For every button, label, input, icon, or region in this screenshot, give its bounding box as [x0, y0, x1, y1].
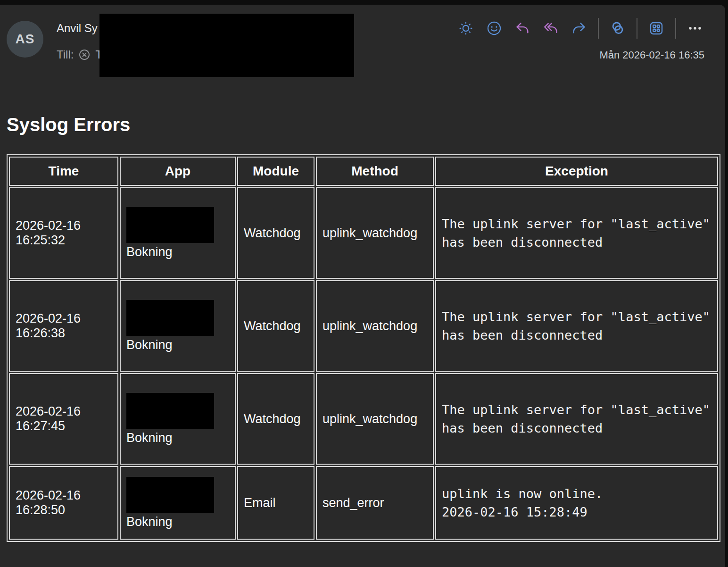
column-header-exception: Exception	[435, 157, 718, 186]
cell-method: uplink_watchdog	[316, 373, 434, 465]
redacted-region	[99, 14, 354, 77]
redacted-app-logo	[126, 477, 214, 513]
page-title: Syslog Errors	[7, 113, 725, 136]
avatar[interactable]: AS	[7, 21, 43, 58]
column-header-method: Method	[316, 157, 434, 186]
loop-icon[interactable]	[610, 20, 626, 36]
cell-exception: uplink is now online. 2026-02-16 15:28:4…	[435, 466, 718, 540]
cell-app: Bokning	[120, 466, 236, 540]
column-header-module: Module	[237, 157, 314, 186]
reactions-smiley-icon[interactable]	[486, 20, 502, 36]
app-name: Bokning	[126, 431, 173, 445]
cell-method: send_error	[316, 466, 434, 540]
to-label: Till:	[57, 48, 74, 61]
cell-time: 2026-02-16 16:25:32	[9, 187, 118, 279]
cell-method: uplink_watchdog	[316, 280, 434, 372]
avatar-initials: AS	[16, 32, 35, 47]
column-header-time: Time	[9, 157, 118, 186]
cell-module: Watchdog	[237, 187, 314, 279]
table-row: 2026-02-16 16:28:50 Bokning Email send_e…	[9, 466, 718, 540]
cell-time: 2026-02-16 16:27:45	[9, 373, 118, 465]
app-name: Bokning	[126, 515, 173, 529]
cell-time: 2026-02-16 16:28:50	[9, 466, 118, 540]
cell-module: Email	[237, 466, 314, 540]
cell-exception: The uplink server for "last_active" has …	[435, 373, 718, 465]
syslog-table: Time App Module Method Exception 2026-02…	[7, 154, 720, 542]
table-row: 2026-02-16 16:27:45 Bokning Watchdog upl…	[9, 373, 718, 465]
email-reading-pane: AS Anvil Sy Till: T	[0, 5, 725, 567]
redacted-app-logo	[126, 393, 214, 429]
recipient-row: Till: T	[57, 48, 102, 61]
app-name: Bokning	[126, 245, 173, 259]
redacted-app-logo	[126, 207, 214, 243]
cell-app: Bokning	[120, 187, 236, 279]
email-body: Syslog Errors Time App Module Method Exc…	[0, 113, 725, 542]
sender-name[interactable]: Anvil Sy	[57, 22, 98, 35]
cell-app: Bokning	[120, 280, 236, 372]
table-header-row: Time App Module Method Exception	[9, 157, 718, 186]
cell-module: Watchdog	[237, 280, 314, 372]
cell-method: uplink_watchdog	[316, 187, 434, 279]
cell-time: 2026-02-16 16:26:38	[9, 280, 118, 372]
light-mode-toggle-icon[interactable]	[458, 20, 474, 36]
table-row: 2026-02-16 16:26:38 Bokning Watchdog upl…	[9, 280, 718, 372]
reply-all-icon[interactable]	[543, 20, 559, 36]
app-name: Bokning	[126, 338, 173, 352]
cell-module: Watchdog	[237, 373, 314, 465]
cell-exception: The uplink server for "last_active" has …	[435, 280, 718, 372]
message-date: Mån 2026-02-16 16:35	[599, 49, 704, 61]
cell-exception: The uplink server for "last_active" has …	[435, 187, 718, 279]
screen: AS Anvil Sy Till: T	[0, 0, 728, 567]
redacted-app-logo	[126, 300, 214, 336]
toolbar-divider	[675, 18, 676, 39]
blocked-contact-icon[interactable]	[78, 49, 91, 61]
toolbar-divider	[637, 18, 637, 39]
apps-grid-icon[interactable]	[648, 20, 664, 36]
table-row: 2026-02-16 16:25:32 Bokning Watchdog upl…	[9, 187, 718, 279]
reply-icon[interactable]	[514, 20, 530, 36]
more-options-icon[interactable]	[687, 20, 703, 36]
toolbar-divider	[598, 18, 599, 39]
column-header-app: App	[120, 157, 236, 186]
forward-icon[interactable]	[571, 20, 587, 36]
cell-app: Bokning	[120, 373, 236, 465]
message-toolbar	[452, 18, 709, 39]
email-header: AS Anvil Sy Till: T	[0, 5, 725, 85]
